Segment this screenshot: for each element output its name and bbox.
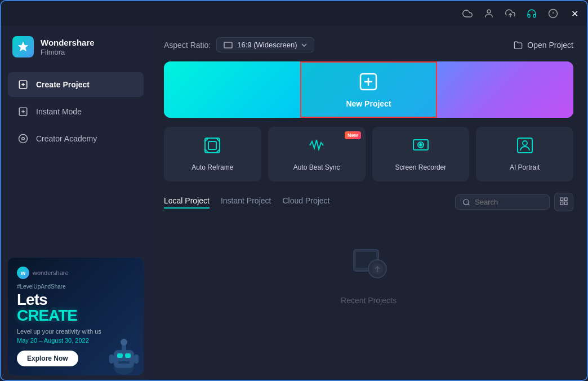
tool-auto-reframe[interactable]: Auto Reframe bbox=[164, 127, 261, 181]
ad-title: Lets CREATE bbox=[17, 292, 135, 324]
auto-reframe-icon bbox=[204, 137, 221, 158]
open-project-label: Open Project bbox=[527, 41, 573, 50]
ad-banner: w wondershare #LevelUpAndShare Lets CREA… bbox=[8, 258, 144, 375]
hero-banner-right[interactable] bbox=[437, 61, 573, 118]
tab-instant-project[interactable]: Instant Project bbox=[221, 196, 271, 209]
headset-icon[interactable] bbox=[526, 8, 537, 19]
ad-hashtag: #LevelUpAndShare bbox=[17, 283, 135, 290]
search-input[interactable] bbox=[475, 198, 542, 206]
sidebar-item-instant-mode[interactable]: Instant Mode bbox=[8, 99, 144, 124]
aspect-ratio-select[interactable]: 16:9 (Widescreen) bbox=[216, 37, 314, 52]
svg-point-13 bbox=[22, 138, 25, 140]
empty-state: Recent Projects bbox=[164, 220, 573, 327]
svg-point-12 bbox=[19, 135, 28, 143]
sidebar-item-label: Create Project bbox=[36, 80, 90, 89]
tool-label: AI Portrait bbox=[510, 163, 540, 171]
titlebar: ✕ bbox=[1, 1, 587, 26]
content-area: Aspect Ratio: 16:9 (Widescreen) Open Pro… bbox=[150, 26, 587, 381]
upload-icon[interactable] bbox=[505, 8, 516, 19]
auto-beat-sync-icon bbox=[308, 137, 325, 158]
app-logo-icon bbox=[12, 36, 34, 57]
sidebar-item-create-project[interactable]: Create Project bbox=[8, 72, 144, 97]
new-project-banner[interactable]: New Project bbox=[300, 61, 436, 118]
hero-banner-left[interactable] bbox=[164, 61, 300, 118]
svg-rect-16 bbox=[117, 353, 123, 358]
ad-logo: w wondershare bbox=[17, 267, 135, 279]
ad-logo-icon: w bbox=[17, 267, 29, 279]
svg-rect-17 bbox=[125, 353, 131, 358]
svg-rect-22 bbox=[134, 355, 139, 364]
sidebar: Wondershare Filmora Create Project bbox=[1, 26, 150, 381]
search-box bbox=[455, 194, 550, 210]
svg-point-0 bbox=[487, 10, 491, 13]
ad-robot bbox=[101, 333, 144, 375]
svg-rect-28 bbox=[208, 141, 216, 149]
tool-ai-portrait[interactable]: AI Portrait bbox=[476, 127, 573, 181]
app-name-line2: Filmora bbox=[41, 48, 95, 56]
svg-line-35 bbox=[468, 203, 470, 205]
svg-rect-38 bbox=[560, 202, 563, 205]
logo-text: Wondershare Filmora bbox=[41, 38, 95, 56]
tool-label: Screen Recorder bbox=[395, 163, 447, 171]
svg-rect-23 bbox=[224, 42, 232, 48]
svg-rect-15 bbox=[114, 350, 134, 368]
svg-rect-36 bbox=[560, 198, 563, 201]
info-icon[interactable] bbox=[547, 8, 559, 19]
svg-rect-21 bbox=[109, 355, 114, 364]
screen-recorder-icon bbox=[412, 137, 429, 158]
empty-state-icon bbox=[349, 243, 389, 289]
aspect-ratio-label: Aspect Ratio: bbox=[164, 41, 211, 50]
tabs-bar: Local Project Instant Project Cloud Proj… bbox=[164, 193, 573, 211]
grid-view-button[interactable] bbox=[554, 193, 573, 211]
project-tabs: Local Project Instant Project Cloud Proj… bbox=[164, 196, 329, 209]
tool-label: Auto Reframe bbox=[191, 163, 233, 171]
close-button[interactable]: ✕ bbox=[569, 8, 580, 19]
sidebar-navigation: Create Project Instant Mode bbox=[1, 68, 150, 251]
svg-marker-5 bbox=[18, 42, 28, 51]
ad-title-line1: Lets bbox=[17, 291, 47, 308]
cloud-icon[interactable] bbox=[462, 8, 473, 19]
new-badge: New bbox=[345, 131, 361, 139]
sidebar-item-creator-academy[interactable]: Creator Academy bbox=[8, 126, 144, 151]
svg-point-34 bbox=[464, 199, 469, 204]
app-name-line1: Wondershare bbox=[41, 38, 95, 48]
svg-rect-37 bbox=[564, 198, 567, 201]
create-project-icon bbox=[17, 78, 29, 91]
tab-local-project[interactable]: Local Project bbox=[164, 196, 210, 209]
main-layout: Wondershare Filmora Create Project bbox=[1, 26, 587, 381]
hero-banners: New Project bbox=[164, 61, 573, 118]
ad-logo-text: wondershare bbox=[33, 269, 69, 276]
sidebar-item-label: Instant Mode bbox=[36, 107, 82, 116]
ad-title-line2: CREATE bbox=[17, 307, 77, 324]
svg-point-20 bbox=[121, 339, 127, 345]
sidebar-logo: Wondershare Filmora bbox=[1, 26, 150, 68]
svg-rect-39 bbox=[564, 202, 567, 205]
aspect-ratio-bar: Aspect Ratio: 16:9 (Widescreen) Open Pro… bbox=[164, 37, 573, 52]
new-project-icon bbox=[358, 72, 378, 96]
tool-auto-beat-sync[interactable]: New Auto Beat Sync bbox=[268, 127, 366, 181]
tool-label: Auto Beat Sync bbox=[293, 163, 340, 171]
open-project-button[interactable]: Open Project bbox=[514, 41, 573, 50]
svg-rect-27 bbox=[205, 138, 220, 153]
aspect-ratio-value: 16:9 (Widescreen) bbox=[237, 41, 297, 49]
instant-mode-icon bbox=[17, 105, 29, 118]
new-project-label: New Project bbox=[346, 99, 391, 108]
svg-point-33 bbox=[523, 141, 527, 145]
ad-explore-button[interactable]: Explore Now bbox=[17, 351, 78, 366]
tab-cloud-project[interactable]: Cloud Project bbox=[282, 196, 329, 209]
tool-screen-recorder[interactable]: Screen Recorder bbox=[372, 127, 470, 181]
ai-portrait-icon bbox=[516, 137, 533, 158]
creator-academy-icon bbox=[17, 132, 29, 145]
svg-rect-18 bbox=[118, 361, 130, 364]
sidebar-item-label: Creator Academy bbox=[36, 134, 97, 143]
projects-section: Local Project Instant Project Cloud Proj… bbox=[164, 193, 573, 327]
svg-point-31 bbox=[420, 144, 422, 146]
recent-projects-label: Recent Projects bbox=[341, 296, 397, 305]
titlebar-controls: ✕ bbox=[462, 8, 580, 19]
user-icon[interactable] bbox=[483, 8, 495, 19]
tool-grid: Auto Reframe New Auto Beat Sync bbox=[164, 127, 573, 181]
new-project-content: New Project bbox=[346, 72, 391, 108]
search-icon bbox=[462, 198, 470, 206]
